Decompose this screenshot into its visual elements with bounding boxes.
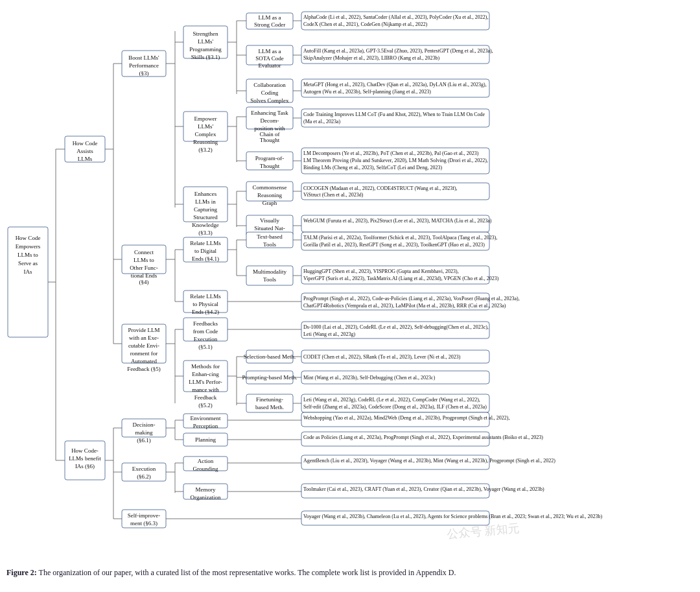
- svg-text:Structured: Structured: [193, 214, 218, 220]
- svg-text:(Ma et al., 2023a): (Ma et al., 2023a): [303, 119, 340, 124]
- svg-text:CODET (Chen et al., 2022), SRa: CODET (Chen et al., 2022), SRank (To et …: [303, 354, 461, 360]
- svg-text:Mint (Wang et al., 2023h), Sel: Mint (Wang et al., 2023h), Self-Debuggin…: [303, 375, 436, 381]
- svg-text:Programming: Programming: [189, 46, 222, 53]
- svg-text:Voyager (Wang et al., 2023b), : Voyager (Wang et al., 2023b), Chameleon …: [303, 514, 602, 519]
- svg-text:Tools: Tools: [263, 241, 276, 248]
- svg-text:ment (§6.3): ment (§6.3): [130, 520, 158, 527]
- svg-text:Boost LLMs': Boost LLMs': [128, 54, 159, 61]
- diagram-wrapper: .label-box { fill: white; stroke: #3a5a8…: [6, 6, 694, 559]
- svg-text:Gorilla (Patil et al., 2023), : Gorilla (Patil et al., 2023), RestGPT (S…: [303, 242, 485, 248]
- svg-text:Commonsense: Commonsense: [253, 184, 287, 191]
- svg-text:Graph: Graph: [262, 200, 277, 206]
- svg-text:Code as Policies (Liang et al.: Code as Policies (Liang et al., 2023a), …: [303, 434, 543, 440]
- svg-text:(§3.3): (§3.3): [198, 230, 213, 236]
- svg-text:Multimodality: Multimodality: [253, 268, 287, 275]
- svg-text:Strong Coder: Strong Coder: [254, 21, 285, 28]
- svg-text:Enhancing Task: Enhancing Task: [251, 110, 288, 116]
- svg-text:ChatGPT4Robotics (Vemprala et : ChatGPT4Robotics (Vemprala et al., 2023)…: [303, 303, 506, 309]
- svg-text:ProgPrompt (Singh et al., 2022: ProgPrompt (Singh et al., 2022), Code-as…: [303, 296, 520, 302]
- svg-text:(§5.2): (§5.2): [198, 402, 213, 408]
- svg-text:Grounding: Grounding: [193, 466, 218, 472]
- svg-text:LLMs benefit: LLMs benefit: [69, 455, 101, 462]
- svg-text:ViStruct (Chen et al., 2023d): ViStruct (Chen et al., 2023d): [303, 192, 364, 198]
- tree-diagram: .label-box { fill: white; stroke: #3a5a8…: [6, 6, 694, 558]
- svg-text:CodeX (Chen et al., 2021), Cod: CodeX (Chen et al., 2021), CodeGen (Nijk…: [303, 21, 428, 27]
- figure-caption: Figure 2: The organization of our paper,…: [6, 567, 694, 578]
- svg-text:Code Training Improves LLM CoT: Code Training Improves LLM CoT (Fu and K…: [303, 112, 485, 117]
- svg-text:Thought: Thought: [260, 163, 280, 169]
- svg-text:Memory: Memory: [196, 486, 216, 493]
- svg-text:Other Func-: Other Func-: [130, 265, 158, 271]
- svg-text:tional Ends: tional Ends: [131, 272, 158, 279]
- svg-text:Relate LLMs: Relate LLMs: [190, 240, 221, 246]
- svg-text:AlphaCode (Li et al., 2022), S: AlphaCode (Li et al., 2022), SantaCoder …: [303, 14, 489, 20]
- svg-text:Enhan-cing: Enhan-cing: [192, 371, 219, 377]
- svg-text:Program-of-: Program-of-: [255, 155, 285, 161]
- svg-text:Ds-1000 (Lai et al., 2023), Co: Ds-1000 (Lai et al., 2023), CodeRL (Le e…: [303, 324, 489, 330]
- svg-text:Selection-based Meth.: Selection-based Meth.: [244, 353, 296, 360]
- svg-text:Skills (§3.1): Skills (§3.1): [191, 54, 220, 60]
- svg-text:Evaluator: Evaluator: [259, 62, 281, 69]
- svg-text:Environment: Environment: [191, 415, 221, 421]
- svg-text:Automated: Automated: [131, 358, 157, 364]
- svg-text:LLMs': LLMs': [198, 38, 214, 45]
- svg-text:Feedback: Feedback: [194, 394, 217, 401]
- svg-text:Binding LMs (Cheng et al., 202: Binding LMs (Cheng et al., 2023), SelfzC…: [303, 165, 442, 171]
- svg-text:Connect: Connect: [134, 249, 154, 255]
- svg-text:(§6.1): (§6.1): [137, 437, 151, 444]
- svg-text:(§6.2): (§6.2): [137, 473, 151, 480]
- svg-text:Prompting-based Meth.: Prompting-based Meth.: [242, 374, 298, 381]
- svg-text:LLMs: LLMs: [78, 156, 93, 162]
- svg-text:Assists: Assists: [76, 148, 93, 154]
- svg-text:Ends (§4.1): Ends (§4.1): [192, 255, 219, 262]
- svg-text:based Meth.: based Meth.: [255, 404, 284, 410]
- svg-text:Knowledge: Knowledge: [192, 222, 219, 228]
- svg-text:LLMs to: LLMs to: [134, 257, 154, 263]
- svg-text:Strengthen: Strengthen: [193, 30, 218, 37]
- svg-text:Performance: Performance: [129, 62, 159, 69]
- svg-text:Self-improve-: Self-improve-: [128, 512, 160, 519]
- svg-text:LM Decomposers (Ye et al., 202: LM Decomposers (Ye et al., 2023b), PoT (…: [303, 150, 479, 156]
- svg-text:Decision-: Decision-: [133, 421, 156, 428]
- svg-text:Ends (§4.2): Ends (§4.2): [192, 309, 219, 315]
- svg-text:Execution: Execution: [132, 466, 156, 472]
- svg-text:LM Theorem Proving (Polu and S: LM Theorem Proving (Polu and Sutskever, …: [303, 158, 488, 163]
- svg-text:Webshopping (Yao et al., 2022a: Webshopping (Yao et al., 2022a), Mind2We…: [303, 415, 510, 421]
- svg-text:Leti (Wang et al., 2023g), Cod: Leti (Wang et al., 2023g), CodeRL (Le et…: [303, 397, 480, 403]
- svg-text:Collaboration: Collaboration: [253, 82, 286, 88]
- svg-text:LLM as a: LLM as a: [259, 14, 281, 21]
- svg-text:HuggingGPT (Shen et al., 2023): HuggingGPT (Shen et al., 2023), VISPROG …: [303, 268, 459, 274]
- svg-text:SkipAnalyzer (Mohajer et al., : SkipAnalyzer (Mohajer et al., 2023), LIB…: [303, 55, 440, 61]
- svg-text:making: making: [135, 429, 153, 436]
- svg-text:with an Exe-: with an Exe-: [129, 335, 159, 341]
- svg-text:Empower: Empower: [194, 115, 217, 122]
- svg-text:Self-edit (Zhang et al., 2023a: Self-edit (Zhang et al., 2023a), CodeSco…: [303, 404, 487, 410]
- root-label: How Code: [16, 235, 41, 241]
- svg-text:Capturing: Capturing: [194, 206, 217, 213]
- svg-text:AutoFill (Kang et al., 2023a),: AutoFill (Kang et al., 2023a), GPT-3.5Ev…: [303, 48, 493, 54]
- svg-text:Finetuning-: Finetuning-: [256, 396, 283, 403]
- svg-text:Visually: Visually: [260, 217, 279, 224]
- svg-text:(§5.1): (§5.1): [198, 344, 213, 350]
- svg-text:AgentBench (Liu et al., 2023f): AgentBench (Liu et al., 2023f), Voyager …: [303, 458, 555, 464]
- svg-text:Action: Action: [198, 458, 214, 464]
- svg-text:LLMs': LLMs': [198, 123, 214, 130]
- svg-text:How Code: How Code: [73, 140, 98, 147]
- svg-text:Decom-: Decom-: [261, 117, 279, 124]
- svg-text:Coding: Coding: [261, 89, 279, 96]
- svg-text:Solves Complex: Solves Complex: [250, 97, 289, 104]
- svg-text:LLMs in: LLMs in: [195, 198, 216, 205]
- svg-text:Thought: Thought: [260, 137, 280, 143]
- svg-text:Execution: Execution: [194, 336, 218, 342]
- svg-text:Feedbacks: Feedbacks: [193, 320, 218, 327]
- svg-text:from Code: from Code: [193, 328, 218, 335]
- svg-text:Empowers: Empowers: [16, 243, 41, 250]
- svg-text:cutable Envi-: cutable Envi-: [128, 342, 159, 349]
- svg-text:Situated Nat-: Situated Nat-: [254, 225, 285, 231]
- svg-text:Reasoning: Reasoning: [257, 192, 282, 198]
- diagram-container: .label-box { fill: white; stroke: #3a5a8…: [6, 6, 694, 578]
- svg-text:Methods for: Methods for: [191, 363, 220, 370]
- svg-text:(§4): (§4): [139, 279, 149, 285]
- svg-text:Perception: Perception: [193, 423, 218, 429]
- svg-text:(§3.2): (§3.2): [198, 147, 213, 153]
